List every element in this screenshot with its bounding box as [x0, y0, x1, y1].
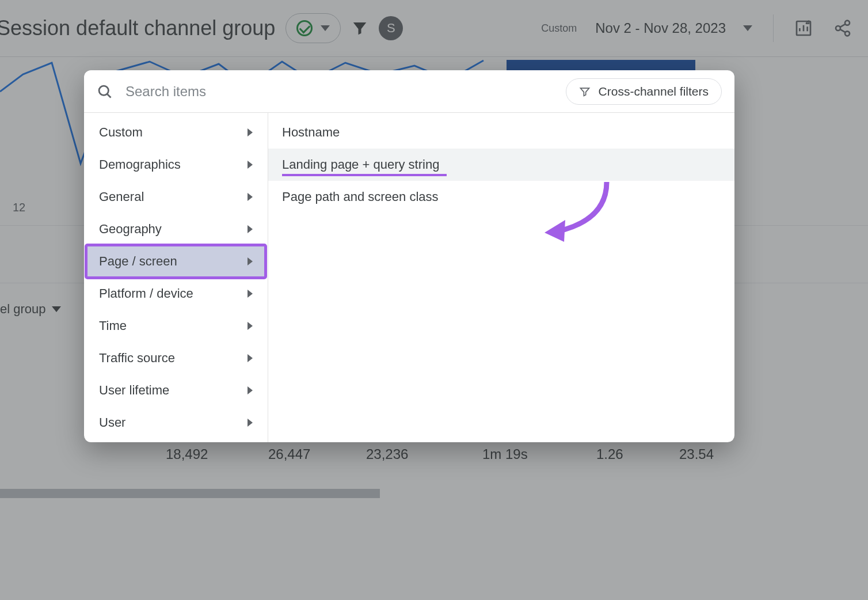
category-label: User	[99, 415, 125, 430]
option-item-hostname[interactable]: Hostname	[268, 116, 734, 149]
option-label: Landing page + query string	[282, 157, 439, 172]
category-label: Custom	[99, 125, 143, 140]
option-label: Hostname	[282, 125, 340, 140]
option-item-page-path-and-screen-class[interactable]: Page path and screen class	[268, 181, 734, 213]
annotation-underline	[282, 174, 447, 176]
dialog-header: Cross-channel filters	[84, 70, 734, 113]
chevron-right-icon	[248, 386, 253, 394]
category-column: CustomDemographicsGeneralGeographyPage /…	[84, 113, 268, 442]
dialog-body: CustomDemographicsGeneralGeographyPage /…	[84, 113, 734, 442]
category-label: User lifetime	[99, 383, 169, 398]
svg-line-5	[107, 94, 111, 97]
category-item-page-screen[interactable]: Page / screen	[86, 245, 265, 278]
chevron-right-icon	[248, 419, 253, 427]
category-item-time[interactable]: Time	[86, 310, 265, 342]
chevron-right-icon	[248, 354, 253, 362]
category-item-traffic-source[interactable]: Traffic source	[86, 342, 265, 374]
category-label: Platform / device	[99, 286, 193, 301]
filter-icon	[579, 86, 591, 97]
category-label: Page / screen	[99, 254, 177, 269]
chevron-right-icon	[248, 128, 253, 136]
category-item-geography[interactable]: Geography	[86, 213, 265, 245]
category-label: Time	[99, 318, 127, 333]
category-item-user-lifetime[interactable]: User lifetime	[86, 374, 265, 407]
cross-channel-filters-button[interactable]: Cross-channel filters	[566, 78, 722, 105]
chevron-right-icon	[248, 322, 253, 330]
search-input[interactable]	[125, 83, 553, 100]
chevron-right-icon	[248, 161, 253, 169]
category-item-platform-device[interactable]: Platform / device	[86, 278, 265, 310]
category-label: Geography	[99, 222, 162, 237]
category-item-general[interactable]: General	[86, 181, 265, 213]
option-label: Page path and screen class	[282, 189, 439, 204]
category-item-user[interactable]: User	[86, 407, 265, 439]
category-item-demographics[interactable]: Demographics	[86, 149, 265, 181]
option-item-landing-page-query-string[interactable]: Landing page + query string	[268, 149, 734, 181]
chevron-right-icon	[248, 290, 253, 298]
chevron-right-icon	[248, 257, 253, 265]
cross-channel-filters-label: Cross-channel filters	[599, 85, 709, 98]
search-icon	[97, 83, 113, 100]
category-item-custom[interactable]: Custom	[86, 116, 265, 149]
dimension-picker-dialog: Cross-channel filters CustomDemographics…	[84, 70, 734, 442]
category-label: Demographics	[99, 157, 181, 172]
options-column: HostnameLanding page + query stringPage …	[268, 113, 734, 442]
chevron-right-icon	[248, 193, 253, 201]
svg-point-4	[99, 86, 108, 95]
category-label: Traffic source	[99, 351, 175, 366]
chevron-right-icon	[248, 225, 253, 233]
category-label: General	[99, 189, 144, 204]
